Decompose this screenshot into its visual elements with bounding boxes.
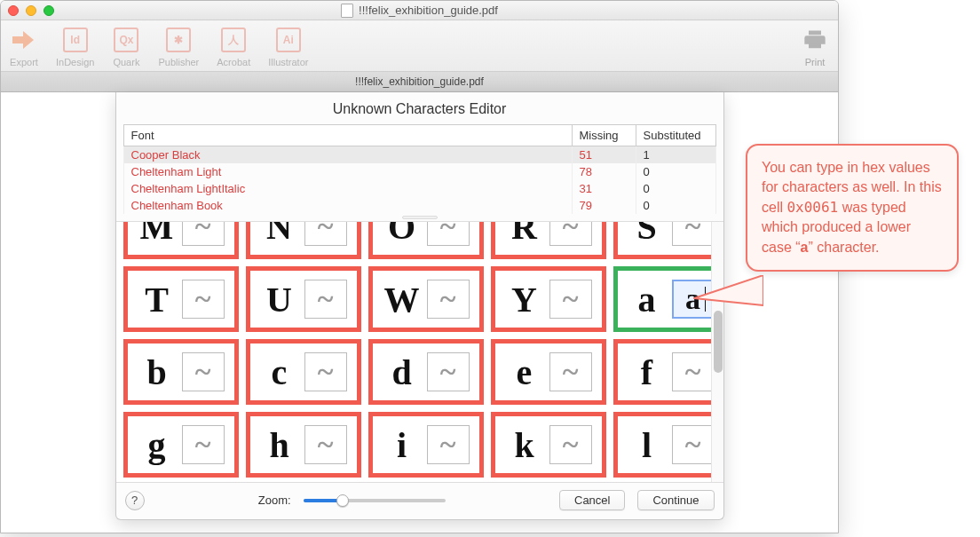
- character-cell[interactable]: f~: [613, 339, 723, 405]
- window-title: !!!felix_exhibition_guide.pdf: [359, 4, 498, 17]
- print-icon: [801, 26, 829, 54]
- substitute-input[interactable]: ~: [549, 280, 592, 319]
- unknown-characters-dialog: Unknown Characters Editor Font Missing S…: [115, 92, 724, 520]
- substitute-input[interactable]: ~: [304, 425, 347, 464]
- font-row[interactable]: Cooper Black511: [123, 146, 715, 164]
- illustrator-label: Illustrator: [268, 57, 308, 67]
- character-grid: M~N~O~R~S~T~U~W~Y~aab~c~d~e~f~g~h~i~k~l~…: [116, 222, 723, 482]
- export-icon: [10, 26, 38, 54]
- substituted-count: 0: [636, 180, 715, 197]
- character-cell[interactable]: U~: [246, 266, 361, 332]
- source-glyph: d: [383, 351, 422, 393]
- substitute-input[interactable]: ~: [182, 352, 225, 391]
- character-cell[interactable]: O~: [368, 222, 484, 259]
- substitute-input[interactable]: ~: [427, 222, 470, 246]
- character-cell[interactable]: N~: [246, 222, 361, 259]
- font-name: Cheltenham Light: [123, 163, 572, 180]
- substitute-input[interactable]: ~: [672, 222, 715, 246]
- substitute-input[interactable]: ~: [427, 425, 470, 464]
- character-cell[interactable]: k~: [491, 412, 606, 478]
- acrobat-button[interactable]: 人 Acrobat: [217, 26, 250, 67]
- continue-button[interactable]: Continue: [637, 490, 714, 510]
- acrobat-label: Acrobat: [217, 57, 250, 67]
- font-row[interactable]: Cheltenham LightItalic310: [123, 180, 715, 197]
- indesign-label: InDesign: [56, 57, 94, 67]
- annotation-callout: You can type in hex values for character…: [746, 144, 959, 272]
- source-glyph: M: [138, 222, 177, 248]
- character-cell[interactable]: T~: [123, 266, 239, 332]
- source-glyph: T: [138, 279, 177, 320]
- source-glyph: U: [260, 279, 299, 320]
- publisher-button[interactable]: ✱ Publisher: [158, 26, 199, 67]
- substitute-input[interactable]: ~: [182, 280, 225, 319]
- character-cell[interactable]: b~: [123, 339, 239, 405]
- indesign-button[interactable]: Id InDesign: [56, 26, 94, 67]
- substitute-input[interactable]: ~: [549, 222, 592, 246]
- character-cell[interactable]: R~: [491, 222, 606, 259]
- quark-label: Quark: [113, 57, 139, 67]
- font-name: Cheltenham Book: [123, 197, 572, 214]
- callout-tail-icon: [692, 275, 763, 311]
- font-row[interactable]: Cheltenham Light780: [123, 163, 715, 180]
- missing-count: 31: [572, 180, 636, 197]
- substitute-input[interactable]: ~: [672, 425, 715, 464]
- character-cell[interactable]: c~: [246, 339, 361, 405]
- toolbar: Export Id InDesign Qx Quark ✱ Publisher …: [1, 20, 838, 72]
- callout-code: 0x0061: [786, 199, 838, 216]
- character-cell[interactable]: d~: [368, 339, 484, 405]
- missing-count: 79: [572, 197, 636, 214]
- substituted-count: 0: [636, 163, 715, 180]
- illustrator-button[interactable]: Ai Illustrator: [268, 26, 308, 67]
- help-button[interactable]: ?: [125, 491, 145, 510]
- substitute-input[interactable]: ~: [304, 280, 347, 319]
- substitute-input[interactable]: ~: [549, 352, 592, 391]
- zoom-slider[interactable]: [304, 499, 446, 502]
- zoom-slider-knob[interactable]: [336, 494, 349, 507]
- character-cell[interactable]: h~: [246, 412, 361, 478]
- acrobat-icon: 人: [219, 26, 248, 54]
- character-cell[interactable]: i~: [368, 412, 484, 478]
- source-glyph: f: [628, 351, 667, 393]
- scrollbar-thumb[interactable]: [714, 311, 723, 373]
- source-glyph: O: [383, 222, 422, 248]
- quark-button[interactable]: Qx Quark: [112, 26, 140, 67]
- export-label: Export: [10, 57, 38, 67]
- character-cell[interactable]: W~: [368, 266, 484, 332]
- col-missing[interactable]: Missing: [572, 125, 636, 146]
- col-substituted[interactable]: Substituted: [636, 125, 715, 146]
- substitute-input[interactable]: ~: [427, 352, 470, 391]
- source-glyph: Y: [505, 279, 544, 320]
- font-name: Cooper Black: [123, 146, 572, 164]
- substitute-input[interactable]: ~: [182, 425, 225, 464]
- source-glyph: c: [260, 351, 299, 393]
- substitute-input[interactable]: ~: [427, 280, 470, 319]
- substitute-input[interactable]: ~: [672, 352, 715, 391]
- source-glyph: e: [505, 351, 544, 393]
- font-row[interactable]: Cheltenham Book790: [123, 197, 715, 214]
- zoom-label: Zoom:: [258, 494, 291, 507]
- character-cell[interactable]: S~: [613, 222, 723, 259]
- character-cell[interactable]: g~: [123, 412, 239, 478]
- publisher-icon: ✱: [164, 26, 193, 54]
- source-glyph: i: [383, 424, 422, 466]
- export-button[interactable]: Export: [10, 26, 38, 67]
- character-cell[interactable]: M~: [123, 222, 239, 259]
- character-cell[interactable]: l~: [613, 412, 723, 478]
- character-cell[interactable]: Y~: [491, 266, 606, 332]
- illustrator-icon: Ai: [274, 26, 303, 54]
- substitute-input[interactable]: ~: [182, 222, 225, 246]
- col-font[interactable]: Font: [123, 125, 572, 146]
- character-cell[interactable]: e~: [491, 339, 606, 405]
- document-icon: [341, 4, 353, 18]
- substitute-input[interactable]: ~: [304, 352, 347, 391]
- cancel-button[interactable]: Cancel: [559, 490, 625, 510]
- document-tab[interactable]: !!!felix_exhibition_guide.pdf: [1, 72, 838, 92]
- publisher-label: Publisher: [158, 57, 199, 67]
- table-resize-grip[interactable]: [116, 214, 723, 221]
- substitute-input[interactable]: ~: [304, 222, 347, 246]
- grid-scrollbar[interactable]: [711, 222, 723, 482]
- print-button[interactable]: Print: [801, 26, 829, 67]
- font-table: Font Missing Substituted Cooper Black511…: [123, 124, 716, 214]
- print-label: Print: [805, 57, 826, 67]
- substitute-input[interactable]: ~: [549, 425, 592, 464]
